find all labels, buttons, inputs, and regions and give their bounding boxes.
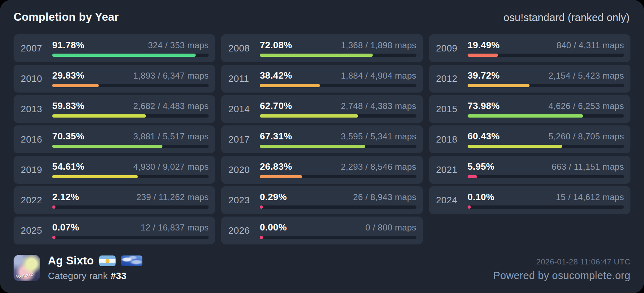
year-card: 2008 72.08% 1,368 / 1,898 maps	[221, 34, 423, 62]
progress-track	[52, 175, 209, 178]
progress-track	[468, 54, 624, 57]
progress-fill	[52, 175, 138, 178]
progress-fill	[468, 205, 471, 209]
maps-count: 2,154 / 5,423 maps	[548, 71, 624, 81]
progress-track	[260, 175, 416, 178]
year-card: 2016 70.35% 3,881 / 5,517 maps	[14, 125, 215, 153]
progress-fill	[52, 205, 55, 209]
year-grid: 2007 91.78% 324 / 353 maps 2008 72.08% 1…	[0, 34, 644, 244]
progress-track	[52, 84, 209, 87]
completion-percent: 60.43%	[468, 131, 500, 142]
year-card: 2015 73.98% 4,626 / 6,253 maps	[429, 95, 630, 123]
completion-percent: 67.31%	[260, 131, 292, 142]
year-card-body: 0.07% 12 / 16,837 maps	[52, 222, 209, 239]
progress-track	[468, 114, 624, 118]
maps-count: 4,626 / 6,253 maps	[548, 101, 624, 111]
maps-count: 840 / 4,311 maps	[557, 40, 624, 50]
year-card-body: 67.31% 3,595 / 5,341 maps	[260, 131, 416, 148]
maps-count: 3,881 / 5,517 maps	[133, 131, 209, 141]
completion-percent: 91.78%	[52, 40, 84, 51]
progress-track	[52, 54, 209, 57]
year-label: 2013	[21, 104, 52, 115]
year-card: 2024 0.10% 15 / 14,612 maps	[429, 186, 630, 214]
year-label: 2007	[21, 43, 52, 54]
completion-percent: 39.72%	[468, 70, 500, 81]
year-label: 2026	[228, 225, 260, 236]
meta-info: 2026-01-28 11:06:47 UTC Powered by osuco…	[493, 257, 630, 282]
progress-track	[260, 236, 416, 239]
year-card-body: 91.78% 324 / 353 maps	[52, 40, 209, 57]
page-title: Completion by Year	[14, 11, 119, 24]
year-label: 2010	[21, 73, 52, 84]
year-card-body: 62.70% 2,748 / 4,383 maps	[260, 100, 416, 118]
progress-track	[260, 54, 416, 57]
progress-fill	[260, 145, 365, 148]
maps-count: 12 / 16,837 maps	[141, 223, 209, 233]
year-label: 2011	[228, 73, 260, 84]
completion-percent: 5.95%	[468, 161, 494, 172]
year-card-body: 60.43% 5,260 / 8,705 maps	[468, 131, 624, 148]
year-card: 2025 0.07% 12 / 16,837 maps	[14, 217, 215, 244]
year-card: 2011 38.42% 1,884 / 4,904 maps	[221, 65, 423, 93]
completion-percent: 29.83%	[52, 70, 84, 81]
year-card-body: 70.35% 3,881 / 5,517 maps	[52, 131, 209, 148]
progress-fill	[468, 145, 562, 148]
year-card: 2012 39.72% 2,154 / 5,423 maps	[429, 65, 630, 93]
completion-percent: 19.49%	[468, 40, 500, 51]
year-card-body: 19.49% 840 / 4,311 maps	[468, 40, 624, 57]
year-card-body: 5.95% 663 / 11,151 maps	[468, 161, 624, 178]
maps-count: 2,748 / 4,383 maps	[341, 101, 416, 111]
progress-fill	[260, 205, 263, 209]
year-label: 2021	[436, 164, 468, 175]
user-block: Ag Sixto Category rank#33	[48, 254, 142, 282]
year-card-body: 54.61% 4,930 / 9,027 maps	[52, 161, 209, 178]
progress-fill	[260, 84, 320, 87]
completion-percent: 54.61%	[52, 161, 84, 172]
progress-fill	[260, 175, 302, 178]
completion-percent: 0.00%	[260, 222, 287, 233]
completion-percent: 62.70%	[260, 100, 292, 111]
year-card-body: 39.72% 2,154 / 5,423 maps	[468, 70, 624, 87]
stats-card: Completion by Year osu!standard (ranked …	[0, 0, 644, 293]
rank-value: #33	[111, 270, 126, 281]
year-card: 2020 26.83% 2,293 / 8,546 maps	[221, 156, 423, 184]
maps-count: 2,293 / 8,546 maps	[341, 162, 416, 172]
year-label: 2015	[436, 104, 468, 115]
progress-fill	[52, 145, 162, 148]
progress-track	[468, 205, 624, 209]
progress-fill	[468, 114, 584, 118]
team-flag-icon	[121, 255, 142, 266]
progress-fill	[468, 84, 530, 87]
year-card: 2019 54.61% 4,930 / 9,027 maps	[14, 156, 215, 184]
progress-track	[52, 114, 209, 118]
completion-percent: 59.83%	[52, 100, 84, 111]
progress-track	[52, 205, 209, 209]
year-label: 2017	[228, 134, 260, 145]
year-card: 2022 2.12% 239 / 11,262 maps	[14, 186, 215, 214]
progress-fill	[52, 84, 99, 87]
maps-count: 0 / 800 maps	[365, 223, 416, 233]
year-label: 2009	[436, 43, 468, 54]
year-label: 2019	[21, 164, 52, 175]
maps-count: 1,884 / 4,904 maps	[341, 71, 416, 81]
maps-count: 5,260 / 8,705 maps	[548, 131, 624, 141]
year-label: 2023	[228, 195, 260, 206]
user-info: AG SIXTO Ag Sixto Category rank#33	[14, 254, 142, 282]
progress-track	[260, 145, 416, 148]
footer: AG SIXTO Ag Sixto Category rank#33 2026-…	[0, 254, 644, 293]
progress-fill	[52, 114, 146, 118]
year-label: 2018	[436, 134, 468, 145]
argentina-flag-icon	[99, 255, 116, 266]
year-card: 2014 62.70% 2,748 / 4,383 maps	[221, 95, 423, 123]
year-label: 2022	[21, 195, 52, 206]
year-card: 2023 0.29% 26 / 8,943 maps	[221, 186, 423, 214]
flag-sun-icon	[106, 259, 109, 263]
maps-count: 15 / 14,612 maps	[556, 192, 624, 202]
year-label: 2008	[228, 43, 260, 54]
year-card-body: 0.00% 0 / 800 maps	[260, 222, 416, 239]
year-label: 2020	[228, 164, 260, 175]
progress-track	[468, 175, 624, 178]
maps-count: 663 / 11,151 maps	[552, 162, 624, 172]
progress-fill	[468, 175, 477, 178]
year-card: 2021 5.95% 663 / 11,151 maps	[429, 156, 630, 184]
